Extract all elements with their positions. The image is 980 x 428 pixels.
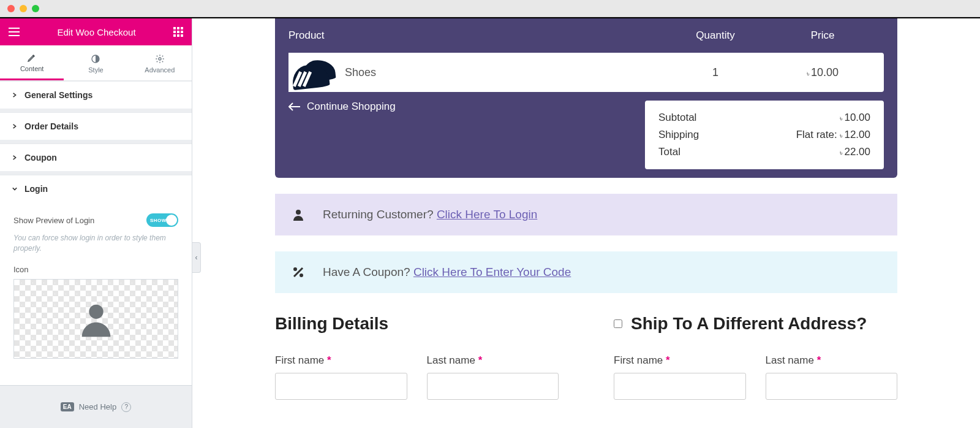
col-quantity: Quantity [669,29,761,42]
product-image [288,53,336,92]
toggle-label: Show Preview of Login [13,216,94,225]
field-label: First name * [275,354,331,366]
tab-advanced[interactable]: Advanced [128,45,192,80]
shipping-first-name-input[interactable] [614,373,746,400]
ship-different-checkbox[interactable] [614,319,622,328]
product-name: Shoes [345,66,376,79]
login-section-body: Show Preview of Login SHOW You can force… [0,202,192,377]
billing-last-name-input[interactable] [427,373,559,400]
panel-body: General Settings Order Details Coupon Lo… [0,81,192,385]
window-titlebar [0,0,980,17]
section-order-details[interactable]: Order Details [0,112,192,140]
mac-maximize-icon[interactable] [32,5,39,12]
panel-tabs: Content Style Advanced [0,45,192,81]
svg-rect-3 [173,31,176,33]
widgets-grid-icon[interactable] [173,27,183,37]
billing-first-name-input[interactable] [275,373,407,400]
section-general-settings[interactable]: General Settings [0,81,192,109]
svg-point-13 [293,267,297,271]
coupon-notice-text: Have A Coupon? [323,266,410,278]
subtotal-value: ৳10.00 [840,112,870,124]
tab-content[interactable]: Content [0,45,64,80]
svg-point-12 [296,210,301,215]
product-qty: 1 [669,66,761,79]
billing-title: Billing Details [275,314,559,334]
percent-icon [291,265,306,280]
field-label: First name * [614,354,670,366]
section-label: Coupon [24,153,57,162]
mac-close-icon[interactable] [7,5,15,12]
svg-rect-5 [181,31,183,33]
product-price: ৳10.00 [761,66,884,79]
field-label: Last name * [427,354,483,366]
icon-field-label: Icon [13,265,178,274]
panel-collapse-button[interactable]: ‹ [192,242,201,273]
total-label: Total [658,146,680,158]
toggle-hint: You can force show login in order to sty… [13,233,178,254]
shipping-first-name-field: First name * [614,354,746,400]
shipping-last-name-input[interactable] [766,373,898,400]
editor-panel: Edit Woo Checkout Content Style Advanced [0,18,192,428]
svg-point-14 [300,273,303,277]
total-value: ৳22.00 [840,146,870,158]
field-label: Last name * [766,354,821,366]
show-preview-toggle[interactable]: SHOW [146,213,178,227]
continue-shopping-label: Continue Shopping [307,101,396,113]
icon-picker[interactable] [13,279,178,359]
ea-badge: EA [61,402,74,411]
login-link[interactable]: Click Here To Login [437,208,537,221]
billing-last-name-field: Last name * [427,354,559,400]
totals-box: Subtotal৳10.00 ShippingFlat rate: ৳12.00… [645,101,884,169]
svg-rect-6 [173,34,176,37]
col-price: Price [761,29,884,42]
login-notice-text: Returning Customer? [323,208,434,221]
arrow-left-icon [288,102,301,111]
shipping-last-name-field: Last name * [766,354,898,400]
toggle-state: SHOW [150,218,167,223]
svg-rect-7 [177,34,179,37]
checkout-forms: Billing Details First name * Last name *… [275,314,897,400]
svg-rect-1 [177,27,179,29]
tab-advanced-label: Advanced [145,66,175,74]
svg-rect-2 [181,27,183,29]
coupon-notice: Have A Coupon? Click Here To Enter Your … [275,251,897,293]
section-label: Login [24,184,48,194]
shipping-value: Flat rate: ৳12.00 [796,129,870,141]
shipping-section: Ship To A Different Address? First name … [614,314,897,400]
mac-minimize-icon[interactable] [20,5,27,12]
need-help-label[interactable]: Need Help [79,402,116,411]
coupon-link[interactable]: Click Here To Enter Your Code [413,266,571,278]
svg-rect-4 [177,31,179,33]
cart-item-row: Shoes 1 ৳10.00 [288,53,884,92]
col-product: Product [288,29,669,42]
section-coupon[interactable]: Coupon [0,143,192,171]
panel-footer: EA Need Help ? [0,385,192,428]
tab-style-label: Style [88,66,103,74]
subtotal-label: Subtotal [658,112,696,124]
shipping-title: Ship To A Different Address? [631,314,867,334]
tab-content-label: Content [20,65,44,72]
svg-rect-8 [181,34,183,37]
section-login[interactable]: Login [0,175,192,202]
billing-section: Billing Details First name * Last name * [275,314,559,400]
continue-shopping-link[interactable]: Continue Shopping [288,101,396,113]
section-label: General Settings [24,90,92,100]
login-notice: Returning Customer? Click Here To Login [275,194,897,235]
panel-title: Edit Woo Checkout [57,27,135,37]
menu-icon[interactable] [9,28,20,36]
shipping-label: Shipping [658,129,699,141]
svg-rect-0 [173,27,176,29]
panel-header: Edit Woo Checkout [0,18,192,45]
order-summary: Product Quantity Price Shoes 1 ৳10.00 Co… [275,18,897,178]
user-icon [75,297,118,340]
tab-style[interactable]: Style [64,45,127,80]
preview-area: Product Quantity Price Shoes 1 ৳10.00 Co… [192,18,980,428]
svg-point-11 [89,304,103,318]
toggle-knob [166,215,177,226]
user-icon [291,207,306,222]
billing-first-name-field: First name * [275,354,407,400]
section-label: Order Details [24,121,78,131]
svg-point-10 [159,58,161,60]
help-icon[interactable]: ? [121,402,131,412]
